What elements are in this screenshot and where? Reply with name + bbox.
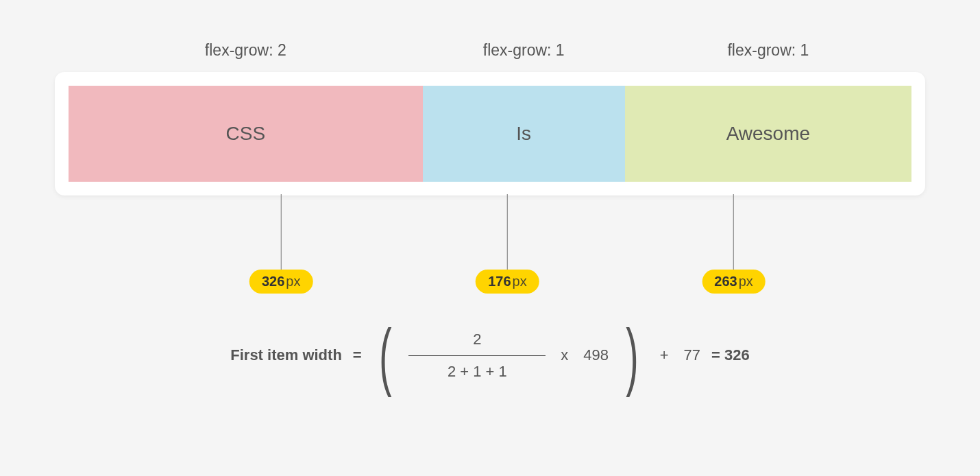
formula-equals-1: =: [353, 346, 362, 364]
formula: First item width = ( 2 2 + 1 + 1 x 498 )…: [55, 318, 925, 393]
fraction-numerator: 2: [456, 331, 498, 348]
flex-item-2: Is: [423, 86, 625, 182]
formula-equals-2: =: [711, 346, 720, 364]
flex-item-3-text: Awesome: [726, 123, 810, 145]
paren-open-icon: (: [379, 318, 391, 393]
formula-multiplier: 498: [583, 346, 609, 364]
flex-grow-label-2: flex-grow: 1: [423, 41, 625, 60]
formula-result: = 326: [711, 346, 750, 364]
width-unit-1: px: [286, 274, 300, 289]
flex-item-3: Awesome: [625, 86, 911, 182]
formula-result-value: 326: [724, 346, 750, 364]
flex-grow-labels-row: flex-grow: 2 flex-grow: 1 flex-grow: 1: [55, 41, 925, 60]
width-value-2: 176: [488, 274, 511, 289]
connectors: 326 px 176 px 263 px: [55, 194, 925, 297]
flex-grow-label-3: flex-grow: 1: [625, 41, 911, 60]
width-value-3: 263: [714, 274, 737, 289]
width-unit-3: px: [739, 274, 753, 289]
flex-item-2-text: Is: [516, 123, 531, 145]
flex-grow-label-1: flex-grow: 2: [69, 41, 423, 60]
connector-1: 326 px: [249, 194, 313, 294]
connector-line-2: [507, 194, 508, 270]
connector-line-3: [733, 194, 734, 270]
diagram-stage: flex-grow: 2 flex-grow: 1 flex-grow: 1 C…: [55, 41, 925, 393]
connector-3: 263 px: [702, 194, 765, 294]
formula-addend: 77: [684, 346, 700, 364]
formula-label: First item width: [230, 346, 342, 364]
connector-line-1: [281, 194, 282, 270]
fraction-bar: [408, 355, 546, 356]
formula-fraction: 2 2 + 1 + 1: [408, 331, 546, 381]
width-pill-3: 263 px: [702, 270, 765, 294]
width-unit-2: px: [513, 274, 527, 289]
width-value-1: 326: [262, 274, 284, 289]
width-pill-1: 326 px: [249, 270, 313, 294]
flex-container-card: CSS Is Awesome: [55, 72, 925, 195]
multiply-sign: x: [556, 346, 572, 364]
paren-close-icon: ): [626, 318, 638, 393]
connector-2: 176 px: [476, 194, 539, 294]
flex-item-1-text: CSS: [226, 123, 266, 145]
fraction-denominator: 2 + 1 + 1: [431, 363, 524, 381]
plus-sign: +: [656, 346, 673, 364]
flex-item-1: CSS: [69, 86, 423, 182]
width-pill-2: 176 px: [476, 270, 539, 294]
